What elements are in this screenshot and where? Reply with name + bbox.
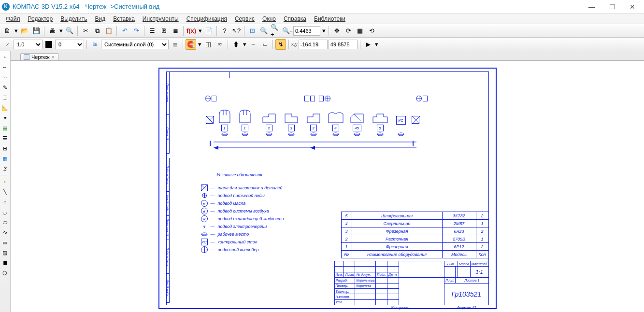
tool-ellipse[interactable]: ⬭ bbox=[0, 217, 10, 227]
tool-dimensions[interactable]: ↔ bbox=[0, 62, 10, 72]
ortho-lock-button[interactable]: ⌐ bbox=[248, 39, 258, 50]
tool-line[interactable]: ╲ bbox=[0, 187, 10, 197]
menu-service[interactable]: Сервис bbox=[231, 14, 258, 23]
local-csys-button[interactable]: ↯ bbox=[275, 39, 286, 50]
macro-button[interactable]: ▶ bbox=[363, 39, 373, 50]
perp-button[interactable]: ⌙ bbox=[259, 39, 270, 50]
round-button[interactable]: ≈ bbox=[215, 39, 225, 50]
tool-arc[interactable]: ◡ bbox=[0, 207, 10, 217]
tool-insert-view[interactable]: ⊞ bbox=[0, 143, 10, 153]
print-dropdown-icon[interactable]: ▾ bbox=[58, 26, 63, 36]
save-button[interactable]: 💾 bbox=[31, 26, 42, 36]
maximize-button[interactable]: ☐ bbox=[606, 2, 618, 12]
canvas-area[interactable]: Перв. примен. Справ. № Подп. и дата Инв.… bbox=[11, 61, 644, 312]
help-tool-button[interactable]: ? bbox=[219, 26, 230, 36]
tool-spline[interactable]: ∿ bbox=[0, 227, 10, 237]
tool-point[interactable]: • bbox=[0, 177, 10, 186]
menu-help[interactable]: Справка bbox=[280, 14, 310, 23]
close-icon[interactable]: × bbox=[52, 55, 55, 60]
variables-dropdown-icon[interactable]: ▾ bbox=[198, 26, 202, 36]
menu-libs[interactable]: Библиотеки bbox=[310, 14, 349, 23]
rotate-view-button[interactable]: ⟳ bbox=[343, 26, 354, 36]
rebuild-button[interactable]: ⟲ bbox=[366, 26, 377, 36]
grid-button[interactable]: ⋕ bbox=[230, 39, 241, 50]
side-cell: Инв.№ подл. bbox=[166, 274, 170, 303]
toolbar-main: 🗎 ▾ 📂 💾 🖶 ▾ 🔍 ✂ ⧉ 📋 ↶ ↷ ☰ 🖹 ≣ f(x) ▾ 📄 ?… bbox=[0, 24, 644, 38]
legend-row: ж—подвод охлаждающей жидкости bbox=[201, 215, 327, 222]
tool-measure[interactable]: 📐 bbox=[0, 103, 10, 113]
layer-icon[interactable]: ≋ bbox=[89, 39, 100, 50]
zoom-fit-button[interactable]: ⊡ bbox=[247, 26, 258, 36]
machine-45: 45 bbox=[350, 113, 364, 136]
menu-tools[interactable]: Инструменты bbox=[139, 14, 183, 23]
color-picker[interactable] bbox=[43, 39, 54, 50]
tool-reports[interactable]: ☰ bbox=[0, 133, 10, 143]
pan-button[interactable]: ✥ bbox=[331, 26, 342, 36]
menu-file[interactable]: Файл bbox=[2, 14, 24, 23]
style-combo[interactable]: 1.0 bbox=[14, 40, 43, 49]
machine-crate-left bbox=[206, 116, 214, 124]
tool-geometry[interactable]: ◦ bbox=[0, 52, 10, 62]
side-cell: Подп. и дата bbox=[166, 158, 170, 192]
tool-params[interactable]: ⌶ bbox=[0, 93, 10, 102]
tool-edit[interactable]: ✎ bbox=[0, 83, 10, 92]
machine-2: 2 bbox=[262, 113, 276, 136]
properties-button[interactable]: ☰ bbox=[147, 26, 157, 36]
tool-notations[interactable]: 〰 bbox=[0, 72, 10, 82]
coord-y-input[interactable] bbox=[329, 40, 358, 49]
redo-button[interactable]: ↷ bbox=[131, 26, 142, 36]
tool-spec[interactable]: ▤ bbox=[0, 123, 10, 133]
menu-view[interactable]: Вид bbox=[91, 14, 110, 23]
side-cell: Взам. инв. № bbox=[166, 216, 170, 240]
snap-button[interactable]: 🧲 bbox=[186, 39, 196, 50]
pointer-button[interactable]: ↖? bbox=[231, 26, 242, 36]
zoom-window-button[interactable]: 🔍 bbox=[258, 26, 269, 36]
snap-dropdown-icon[interactable]: ▾ bbox=[197, 39, 202, 50]
coord-x-input[interactable] bbox=[299, 40, 328, 49]
close-button[interactable]: ✕ bbox=[627, 2, 638, 12]
tool-rect[interactable]: ▭ bbox=[0, 238, 10, 247]
zoom-value-input[interactable] bbox=[293, 26, 320, 36]
grid-dropdown-icon[interactable]: ▾ bbox=[242, 39, 247, 50]
menu-spec[interactable]: Спецификация bbox=[183, 14, 231, 23]
open-button[interactable]: 📂 bbox=[19, 26, 30, 36]
tree-button[interactable]: 🖹 bbox=[158, 26, 169, 36]
tab-drawing[interactable]: Чертеж × bbox=[20, 53, 58, 60]
side-strip: Перв. примен. Справ. № Подп. и дата Инв.… bbox=[166, 71, 178, 305]
new-button[interactable]: 🗎 bbox=[2, 26, 13, 36]
menu-window[interactable]: Окно bbox=[258, 14, 280, 23]
tool-contour[interactable]: ⬡ bbox=[0, 268, 10, 278]
tool-insert-break[interactable]: ▦ bbox=[0, 154, 10, 163]
zoom-out-button[interactable]: 🔍- bbox=[282, 26, 292, 36]
print-button[interactable]: 🖶 bbox=[47, 26, 57, 36]
macro-dropdown-icon[interactable]: ▾ bbox=[374, 39, 379, 50]
tool-circle[interactable]: ○ bbox=[0, 197, 10, 207]
tool-vars[interactable]: 𝛴 bbox=[0, 164, 10, 173]
preview-button[interactable]: 🔍 bbox=[64, 26, 75, 36]
zoom-dropdown-icon[interactable]: ▾ bbox=[321, 26, 326, 36]
side-cell bbox=[166, 154, 167, 158]
ortho-button[interactable]: ◫ bbox=[203, 39, 214, 50]
report-button[interactable]: 📄 bbox=[203, 26, 214, 36]
show-all-button[interactable]: ▦ bbox=[355, 26, 365, 36]
undo-button[interactable]: ↶ bbox=[119, 26, 130, 36]
layer-combo[interactable]: Системный слой (0) bbox=[101, 40, 169, 49]
spec-button[interactable]: ≣ bbox=[170, 26, 181, 36]
color-combo[interactable]: 0 bbox=[55, 40, 84, 49]
linetype-button[interactable]: ⟋ bbox=[2, 39, 13, 50]
menu-editor[interactable]: Редактор bbox=[24, 14, 57, 23]
top-symbol-1 bbox=[205, 96, 216, 101]
new-dropdown-icon[interactable]: ▾ bbox=[14, 26, 18, 36]
minimize-button[interactable]: — bbox=[586, 2, 598, 12]
menu-insert[interactable]: Вставка bbox=[109, 14, 139, 23]
layer-manage-button[interactable]: ≣ bbox=[170, 39, 180, 50]
zoom-in-button[interactable]: 🔍+ bbox=[270, 26, 281, 36]
menu-select[interactable]: Выделить bbox=[57, 14, 91, 23]
variables-button[interactable]: f(x) bbox=[186, 26, 197, 36]
tool-offset[interactable]: ≣ bbox=[0, 258, 10, 268]
paste-button[interactable]: 📋 bbox=[103, 26, 114, 36]
tool-hatch[interactable]: ▨ bbox=[0, 248, 10, 257]
tool-select[interactable]: ✦ bbox=[0, 113, 10, 123]
cut-button[interactable]: ✂ bbox=[80, 26, 91, 36]
copy-button[interactable]: ⧉ bbox=[92, 26, 102, 36]
